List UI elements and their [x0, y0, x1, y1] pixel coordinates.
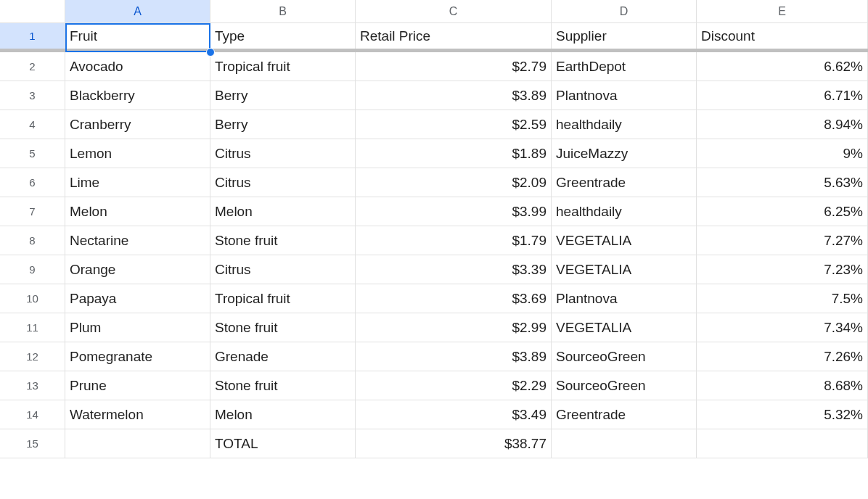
cell-C14[interactable]: $3.49 [356, 400, 552, 429]
row-header-8[interactable]: 8 [0, 226, 65, 255]
cell-B4[interactable]: Berry [210, 110, 356, 139]
cell-C15[interactable]: $38.77 [356, 429, 552, 458]
cell-B13[interactable]: Stone fruit [210, 371, 356, 400]
cell-D1[interactable]: Supplier [552, 23, 697, 49]
cell-A11[interactable]: Plum [65, 313, 210, 342]
cell-D3[interactable]: Plantnova [552, 81, 697, 110]
row-header-11[interactable]: 11 [0, 313, 65, 342]
cell-E5[interactable]: 9% [697, 139, 868, 168]
cell-A1[interactable]: Fruit [65, 23, 210, 49]
cell-E9[interactable]: 7.23% [697, 255, 868, 284]
cell-B2[interactable]: Tropical fruit [210, 52, 356, 81]
cell-D6[interactable]: Greentrade [552, 168, 697, 197]
cell-A2[interactable]: Avocado [65, 52, 210, 81]
cell-B7[interactable]: Melon [210, 197, 356, 226]
cell-A10[interactable]: Papaya [65, 284, 210, 313]
cell-A6[interactable]: Lime [65, 168, 210, 197]
select-all-corner[interactable] [0, 0, 65, 23]
cell-E13[interactable]: 8.68% [697, 371, 868, 400]
cell-D7[interactable]: healthdaily [552, 197, 697, 226]
row-header-9[interactable]: 9 [0, 255, 65, 284]
row-header-10[interactable]: 10 [0, 284, 65, 313]
cell-C8[interactable]: $1.79 [356, 226, 552, 255]
cell-B11[interactable]: Stone fruit [210, 313, 356, 342]
cell-C9[interactable]: $3.39 [356, 255, 552, 284]
row-header-6[interactable]: 6 [0, 168, 65, 197]
cell-B5[interactable]: Citrus [210, 139, 356, 168]
cell-C1[interactable]: Retail Price [356, 23, 552, 49]
cell-C10[interactable]: $3.69 [356, 284, 552, 313]
column-header-D[interactable]: D [552, 0, 697, 23]
cell-D5[interactable]: JuiceMazzy [552, 139, 697, 168]
cell-E2[interactable]: 6.62% [697, 52, 868, 81]
row-header-13[interactable]: 13 [0, 371, 65, 400]
cell-A15[interactable] [65, 429, 210, 458]
cell-A8[interactable]: Nectarine [65, 226, 210, 255]
cell-B12[interactable]: Grenade [210, 342, 356, 371]
cell-C5[interactable]: $1.89 [356, 139, 552, 168]
cell-E7[interactable]: 6.25% [697, 197, 868, 226]
row-header-5[interactable]: 5 [0, 139, 65, 168]
cell-D12[interactable]: SourceoGreen [552, 342, 697, 371]
cell-C2[interactable]: $2.79 [356, 52, 552, 81]
cell-D2[interactable]: EarthDepot [552, 52, 697, 81]
cell-E8[interactable]: 7.27% [697, 226, 868, 255]
row-header-2[interactable]: 2 [0, 52, 65, 81]
cell-B6[interactable]: Citrus [210, 168, 356, 197]
row-header-15[interactable]: 15 [0, 429, 65, 458]
cell-E6[interactable]: 5.63% [697, 168, 868, 197]
spreadsheet[interactable]: ABCDE 1FruitTypeRetail PriceSupplierDisc… [0, 0, 868, 499]
cell-D9[interactable]: VEGETALIA [552, 255, 697, 284]
cell-B10[interactable]: Tropical fruit [210, 284, 356, 313]
cell-A5[interactable]: Lemon [65, 139, 210, 168]
cell-C11[interactable]: $2.99 [356, 313, 552, 342]
cell-E14[interactable]: 5.32% [697, 400, 868, 429]
cell-A3[interactable]: Blackberry [65, 81, 210, 110]
column-header-E[interactable]: E [697, 0, 868, 23]
cell-A12[interactable]: Pomegranate [65, 342, 210, 371]
cell-E4[interactable]: 8.94% [697, 110, 868, 139]
cell-A14[interactable]: Watermelon [65, 400, 210, 429]
table-row: 10PapayaTropical fruit$3.69Plantnova7.5% [0, 284, 868, 313]
cell-A13[interactable]: Prune [65, 371, 210, 400]
cell-A7[interactable]: Melon [65, 197, 210, 226]
cell-D11[interactable]: VEGETALIA [552, 313, 697, 342]
cell-D10[interactable]: Plantnova [552, 284, 697, 313]
cell-E1[interactable]: Discount [697, 23, 868, 49]
cell-C13[interactable]: $2.29 [356, 371, 552, 400]
cell-E15[interactable] [697, 429, 868, 458]
cell-C3[interactable]: $3.89 [356, 81, 552, 110]
cell-A9[interactable]: Orange [65, 255, 210, 284]
cell-B1[interactable]: Type [210, 23, 356, 49]
cell-D13[interactable]: SourceoGreen [552, 371, 697, 400]
cell-E3[interactable]: 6.71% [697, 81, 868, 110]
cell-B9[interactable]: Citrus [210, 255, 356, 284]
column-header-B[interactable]: B [210, 0, 356, 23]
row-header-7[interactable]: 7 [0, 197, 65, 226]
table-row: 11PlumStone fruit$2.99VEGETALIA7.34% [0, 313, 868, 342]
cell-C7[interactable]: $3.99 [356, 197, 552, 226]
row-header-4[interactable]: 4 [0, 110, 65, 139]
cell-D8[interactable]: VEGETALIA [552, 226, 697, 255]
column-header-C[interactable]: C [356, 0, 552, 23]
cell-A4[interactable]: Cranberry [65, 110, 210, 139]
cell-C6[interactable]: $2.09 [356, 168, 552, 197]
cell-B14[interactable]: Melon [210, 400, 356, 429]
row-header-1[interactable]: 1 [0, 23, 65, 49]
row-header-12[interactable]: 12 [0, 342, 65, 371]
cell-D14[interactable]: Greentrade [552, 400, 697, 429]
cell-C4[interactable]: $2.59 [356, 110, 552, 139]
cell-B8[interactable]: Stone fruit [210, 226, 356, 255]
cell-D4[interactable]: healthdaily [552, 110, 697, 139]
cell-C12[interactable]: $3.89 [356, 342, 552, 371]
cell-B3[interactable]: Berry [210, 81, 356, 110]
cell-E12[interactable]: 7.26% [697, 342, 868, 371]
row-header-3[interactable]: 3 [0, 81, 65, 110]
row-header-14[interactable]: 14 [0, 400, 65, 429]
cell-B15[interactable]: TOTAL [210, 429, 356, 458]
cell-D15[interactable] [552, 429, 697, 458]
cell-E11[interactable]: 7.34% [697, 313, 868, 342]
column-header-A[interactable]: A [65, 0, 210, 23]
table-row: 4CranberryBerry$2.59healthdaily8.94% [0, 110, 868, 139]
cell-E10[interactable]: 7.5% [697, 284, 868, 313]
